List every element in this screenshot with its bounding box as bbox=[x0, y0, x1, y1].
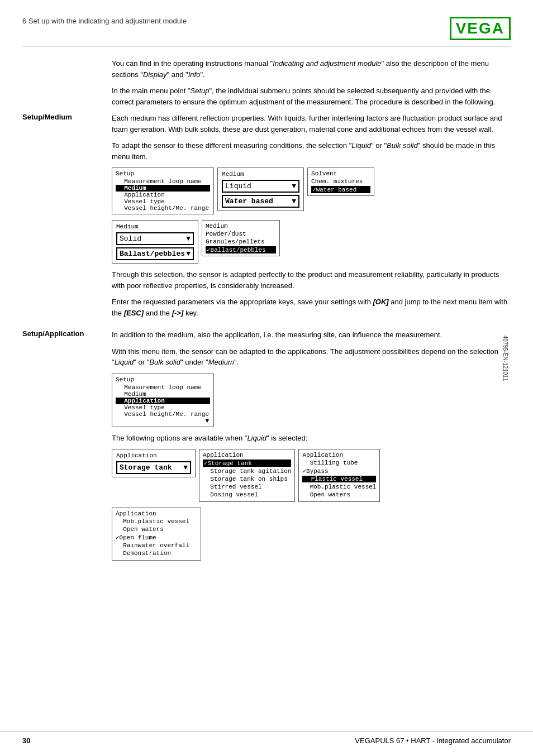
setup-menu-2-title: Setup bbox=[116, 376, 210, 383]
opt-stilling: Stilling tube bbox=[302, 460, 376, 466]
setup-medium-section: Setup/Medium Each medium has different r… bbox=[22, 113, 511, 324]
opt-open-waters: Open waters bbox=[302, 491, 376, 498]
mob-opt-open-flume: ✓Open flume bbox=[116, 534, 197, 541]
medium-solid-title: Medium bbox=[116, 223, 194, 230]
opt-dosing: Dosing vessel bbox=[203, 491, 291, 498]
application-para-1: In addition to the medium, also the appl… bbox=[112, 329, 511, 341]
section-label-col: Setup/Medium bbox=[22, 113, 112, 324]
setup-application-label: Setup/Application bbox=[22, 329, 106, 338]
setup-menu-box: Setup Measurement loop name Medium Appli… bbox=[112, 168, 214, 214]
solid-value: Solid bbox=[120, 235, 141, 243]
application-dropdown-box: Application Storage tank ▼ bbox=[112, 449, 196, 477]
setup-application-content: In addition to the medium, also the appl… bbox=[112, 329, 511, 566]
footer-product-title: VEGAPULS 67 • HART - integrated accumula… bbox=[355, 736, 511, 745]
medium-ui-row-2: Medium Solid ▼ Ballast/pebbles ▼ Medium … bbox=[112, 220, 511, 264]
mob-opt-rainwater: Rainwater overfall bbox=[116, 542, 197, 549]
menu-item-vessel-type: Vessel type bbox=[116, 198, 210, 205]
application-label-col: Setup/Application bbox=[22, 329, 112, 566]
application-ui-row-1: Application Storage tank ▼ Application ✓… bbox=[112, 449, 511, 502]
solid-dropdown[interactable]: Solid ▼ bbox=[116, 232, 194, 245]
menu2-vessel-type: Vessel type bbox=[116, 404, 210, 411]
app-dropdown-title: Application bbox=[116, 452, 191, 459]
opt-storage-agitation: Storage tank agitation bbox=[203, 468, 291, 475]
app-opts-1-title: Application bbox=[203, 452, 291, 458]
app-mob-title: Application bbox=[116, 510, 197, 517]
vega-logo: VEGA bbox=[450, 17, 511, 40]
medium-para-1: Each medium has different reflection pro… bbox=[112, 113, 511, 135]
mob-opt-demonstration: Demonstration bbox=[116, 550, 197, 557]
app-options-col1: Application ✓Storage tank Storage tank a… bbox=[199, 449, 295, 502]
menu-item-vessel-height: Vessel height/Me. range bbox=[116, 205, 210, 212]
setup-menu-title: Setup bbox=[116, 170, 210, 177]
ballast-dropdown[interactable]: Ballast/pebbles ▼ bbox=[116, 247, 194, 260]
ballast-arrow: ▼ bbox=[186, 250, 191, 258]
app-options-col2: Application Stilling tube ✓Bypass Plasti… bbox=[298, 449, 380, 502]
opt-powder: Powder/dust bbox=[206, 231, 276, 237]
medium-para-2: To adapt the sensor to these different m… bbox=[112, 140, 511, 162]
storage-tank-dropdown[interactable]: Storage tank ▼ bbox=[116, 461, 191, 474]
application-ui-row-2: Application Mob.plastic vessel Open wate… bbox=[112, 508, 511, 561]
intro-para-1: You can find in the operating instructio… bbox=[112, 58, 511, 80]
menu2-loop-name: Measurement loop name bbox=[116, 384, 210, 391]
ballast-value: Ballast/pebbles bbox=[120, 250, 185, 258]
opt-stirred: Stirred vessel bbox=[203, 484, 291, 490]
page-header: 6 Set up with the indicating and adjustm… bbox=[22, 17, 511, 47]
header-title: 6 Set up with the indicating and adjustm… bbox=[22, 17, 187, 25]
setup-medium-content: Each medium has different reflection pro… bbox=[112, 113, 511, 324]
medium-ui-row-1: Setup Measurement loop name Medium Appli… bbox=[112, 168, 511, 214]
liquid-value: Liquid bbox=[225, 182, 251, 190]
liquid-arrow: ▼ bbox=[292, 182, 296, 190]
opt-granules: Granules/pellets bbox=[206, 238, 276, 245]
menu-item-loop-name: Measurement loop name bbox=[116, 178, 210, 185]
setup-menu-box-2: Setup Measurement loop name Medium Appli… bbox=[112, 374, 214, 427]
opt-mob-plastic: Mob.plastic vessel bbox=[302, 484, 376, 490]
opt-solvent: Solvent bbox=[311, 170, 370, 177]
liquid-dropdown[interactable]: Liquid ▼ bbox=[222, 180, 299, 193]
menu-item-medium: Medium bbox=[116, 185, 210, 192]
page-footer: 30 VEGAPULS 67 • HART - integrated accum… bbox=[0, 731, 533, 745]
menu2-medium: Medium bbox=[116, 391, 210, 398]
medium-options-box: Solvent Chem. mixtures ✓Water based bbox=[307, 168, 374, 196]
solid-options-box: Medium Powder/dust Granules/pellets ✓Bal… bbox=[202, 220, 280, 256]
solid-arrow: ▼ bbox=[186, 235, 191, 243]
setup-medium-label: Setup/Medium bbox=[22, 113, 106, 121]
menu2-application: Application bbox=[116, 398, 210, 404]
storage-tank-value: Storage tank bbox=[120, 463, 172, 472]
application-para-2: With this menu item, the sensor can be a… bbox=[112, 346, 511, 368]
intro-para-2: In the main menu point "Setup", the indi… bbox=[112, 85, 511, 107]
opt-storage-tank: ✓Storage tank bbox=[203, 460, 291, 467]
opt-bypass: ✓Bypass bbox=[302, 467, 376, 475]
medium-dropdown-title: Medium bbox=[222, 171, 299, 178]
app-mob-options: Application Mob.plastic vessel Open wate… bbox=[112, 508, 201, 561]
mob-opt-mob-plastic: Mob.plastic vessel bbox=[116, 518, 197, 525]
waterbased-value: Water based bbox=[225, 197, 273, 205]
medium-solid-box: Medium Solid ▼ Ballast/pebbles ▼ bbox=[112, 220, 198, 264]
medium-para-4: Enter the requested parameters via the a… bbox=[112, 296, 511, 318]
app-opts-2-title: Application bbox=[302, 452, 376, 458]
page-container: 6 Set up with the indicating and adjustm… bbox=[0, 0, 533, 756]
medium-dropdown-box: Medium Liquid ▼ Water based ▼ bbox=[217, 168, 304, 211]
opt-plastic: Plastic vessel bbox=[302, 476, 376, 482]
opt-chem: Chem. mixtures bbox=[311, 178, 370, 185]
medium-solid-options-title: Medium bbox=[206, 223, 276, 229]
side-document-label: 40795-EN-121011 bbox=[503, 336, 509, 381]
opt-ballast: ✓Ballast/pebbles bbox=[206, 246, 276, 253]
menu2-arrow: ▼ bbox=[116, 418, 210, 424]
opt-storage-ships: Storage tank on ships bbox=[203, 476, 291, 482]
menu-item-application: Application bbox=[116, 192, 210, 198]
application-setup-menu-row: Setup Measurement loop name Medium Appli… bbox=[112, 374, 511, 427]
waterbased-dropdown[interactable]: Water based ▼ bbox=[222, 195, 299, 208]
medium-para-3: Through this selection, the sensor is ad… bbox=[112, 269, 511, 291]
menu2-vessel-height: Vessel height/Me. range bbox=[116, 411, 210, 418]
opt-water-based: ✓Water based bbox=[311, 186, 370, 193]
setup-application-section: Setup/Application In addition to the med… bbox=[22, 329, 511, 566]
mob-opt-open-waters: Open waters bbox=[116, 526, 197, 533]
storage-tank-arrow: ▼ bbox=[183, 463, 188, 472]
footer-page-number: 30 bbox=[22, 736, 30, 745]
waterbased-arrow: ▼ bbox=[292, 197, 296, 205]
application-para-3: The following options are available when… bbox=[112, 433, 511, 444]
